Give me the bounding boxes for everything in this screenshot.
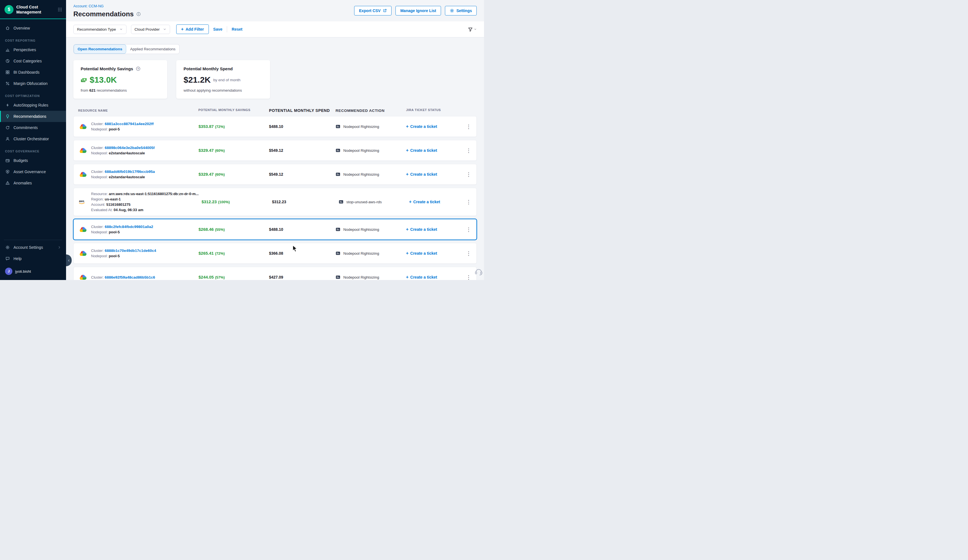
gcp-icon — [78, 147, 87, 154]
resource-link[interactable]: 688c2fefc84fbdc99801a0a2 — [104, 225, 153, 229]
potential-savings-cell: $312.23 (100%) — [202, 199, 272, 204]
potential-savings-cell: $329.47 (60%) — [199, 172, 269, 177]
create-ticket-button[interactable]: +Create a ticket — [406, 275, 437, 280]
page-header: Account: CCM-NG Recommendations Export C… — [66, 0, 484, 22]
table-row[interactable]: Cluster: 6888b1c70e49db17c1de60c4Nodepoo… — [73, 243, 477, 264]
bar-chart-icon — [5, 47, 10, 52]
settings-button[interactable]: Settings — [445, 6, 477, 15]
row-menu-button[interactable]: ⋮ — [464, 171, 474, 178]
potential-savings-cell: $268.46 (55%) — [199, 227, 269, 232]
recommended-action-cell: Nodepool Rightsizing — [335, 124, 406, 129]
create-ticket-button[interactable]: +Create a ticket — [406, 227, 437, 232]
resource-link[interactable]: 6881a3ccc887941a4ee202ff — [104, 122, 154, 126]
row-menu-button[interactable]: ⋮ — [464, 273, 474, 280]
sidebar-item-commitments[interactable]: Commitments — [0, 122, 66, 133]
recommended-action-label: Nodepool Rightsizing — [343, 148, 379, 152]
resource-value: pool-5 — [109, 127, 120, 131]
shield-dollar-icon — [5, 169, 10, 174]
sidebar-item-anomalies[interactable]: Anomalies — [0, 177, 66, 189]
resource-line-label: Evaluated At: — [91, 208, 113, 212]
support-chat-icon[interactable] — [474, 268, 483, 277]
spend-card-title: Potential Monthly Spend — [184, 66, 233, 71]
column-header-resource-name: RESOURCE NAME — [73, 108, 199, 113]
gcp-icon — [78, 274, 87, 280]
table-row[interactable]: Cluster: 6881a3ccc887941a4ee202ffNodepoo… — [73, 116, 477, 137]
spend-note: by end of month — [213, 78, 240, 82]
sidebar-item-cluster-orchestrator[interactable]: Cluster Orchestrator — [0, 133, 66, 144]
add-filter-button[interactable]: + Add Filter — [176, 25, 209, 34]
recommendation-type-dropdown[interactable]: Recommendation Type — [73, 25, 126, 34]
resource-line: Nodepool: pool-5 — [91, 127, 154, 131]
export-csv-button[interactable]: Export CSV — [354, 6, 391, 15]
sidebar-item-perspectives[interactable]: Perspectives — [0, 44, 66, 55]
save-filter-button[interactable]: Save — [213, 27, 223, 31]
create-ticket-button[interactable]: +Create a ticket — [406, 172, 437, 177]
module-switcher-icon[interactable] — [58, 7, 62, 12]
row-menu-button[interactable]: ⋮ — [464, 250, 474, 257]
info-icon[interactable] — [136, 12, 141, 16]
sidebar-item-autostopping-rules[interactable]: AutoStopping Rules — [0, 99, 66, 111]
manage-ignore-list-button[interactable]: Manage Ignore List — [396, 6, 441, 15]
create-ticket-button[interactable]: +Create a ticket — [406, 251, 437, 255]
recommended-action-label: Nodepool Rightsizing — [343, 275, 379, 280]
table-row[interactable]: Cluster: 688c2fefc84fbdc99801a0a2Nodepoo… — [73, 219, 477, 240]
sidebar-divider — [4, 240, 62, 240]
sidebar-item-help[interactable]: Help — [0, 253, 66, 264]
create-ticket-button[interactable]: +Create a ticket — [406, 148, 437, 152]
resource-line: Resource: arn:aws:rds:us-east-1:51161680… — [91, 192, 199, 196]
resource-link[interactable]: 68898c064e3e2ba0e544005f — [104, 146, 154, 150]
resource-line: Nodepool: pool-5 — [91, 230, 153, 234]
sidebar-item-margin-obfuscation[interactable]: Margin Obfuscation — [0, 78, 66, 89]
resource-line-label: Cluster: — [91, 146, 104, 150]
resource-line: Nodepool: e2standar4autoscale — [91, 151, 154, 155]
sidebar-item-cost-categories[interactable]: Cost Categories — [0, 55, 66, 66]
potential-spend-cell: $549.12 — [269, 172, 335, 177]
resource-link[interactable]: 688add6fb019b17f9bccb95a — [104, 169, 155, 174]
recommended-action-label: Nodepool Rightsizing — [343, 172, 379, 177]
column-header-jira-status: JIRA TICKET STATUS — [406, 108, 466, 113]
table-row[interactable]: awsResource: arn:aws:rds:us-east-1:51161… — [73, 188, 477, 216]
user-menu[interactable]: J jyoti.bisht — [0, 264, 66, 276]
row-menu-button[interactable]: ⋮ — [464, 198, 474, 206]
tab-open-recommendations[interactable]: Open Recommendations — [74, 45, 126, 54]
resource-link[interactable]: 6886e92f59a48cad86b5b1c6 — [104, 275, 155, 280]
action-type-icon — [335, 124, 341, 129]
sidebar-item-recommendations[interactable]: Recommendations — [0, 111, 66, 122]
filter-panel-toggle[interactable] — [468, 27, 477, 32]
sidebar-item-bi-dashboards[interactable]: BI Dashboards — [0, 66, 66, 78]
resource-link[interactable]: 6888b1c70e49db17c1de60c4 — [104, 249, 156, 253]
recommended-action-label: Nodepool Rightsizing — [343, 227, 379, 232]
cloud-provider-dropdown[interactable]: Cloud Provider — [131, 25, 170, 34]
account-breadcrumb[interactable]: Account: CCM-NG — [73, 4, 104, 8]
create-ticket-button[interactable]: +Create a ticket — [406, 124, 437, 129]
sidebar-item-budgets[interactable]: Budgets — [0, 155, 66, 166]
resource-value: 511616801275 — [106, 202, 131, 207]
sidebar-section-label: COST OPTIMIZATION — [0, 89, 66, 99]
filter-bar: Recommendation Type Cloud Provider + Add… — [66, 22, 484, 37]
row-menu-button[interactable]: ⋮ — [464, 226, 474, 234]
row-menu-button[interactable]: ⋮ — [464, 147, 474, 154]
table-row[interactable]: Cluster: 68898c064e3e2ba0e544005fNodepoo… — [73, 140, 477, 161]
action-type-icon — [335, 251, 341, 256]
action-type-icon — [338, 199, 344, 205]
create-ticket-button[interactable]: +Create a ticket — [409, 200, 440, 204]
ccm-logo-icon: $ — [5, 5, 13, 14]
reset-filter-button[interactable]: Reset — [232, 27, 242, 31]
row-menu-button[interactable]: ⋮ — [464, 123, 474, 131]
recommendation-count: 621 — [90, 88, 96, 93]
sidebar-footer: Help J jyoti.bisht — [0, 253, 66, 280]
table-row[interactable]: Cluster: 688add6fb019b17f9bccb95aNodepoo… — [73, 164, 477, 185]
resource-line-label: Region: — [91, 197, 104, 201]
recommended-action-cell: Nodepool Rightsizing — [335, 227, 406, 232]
resource-line-label: Cluster: — [91, 169, 104, 174]
filter-funnel-icon — [468, 27, 473, 32]
chevron-down-icon — [163, 28, 166, 31]
tab-applied-recommendations[interactable]: Applied Recommendations — [126, 45, 179, 54]
sidebar-item-overview[interactable]: Overview — [0, 23, 66, 34]
page-title: Recommendations — [73, 10, 134, 18]
help-circle-icon[interactable]: ? — [136, 66, 141, 71]
potential-spend-cell: $488.10 — [269, 227, 335, 232]
sidebar-item-account-settings[interactable]: Account Settings — [0, 242, 66, 253]
sidebar-item-asset-governance[interactable]: Asset Governance — [0, 166, 66, 177]
table-row[interactable]: Cluster: 6886e92f59a48cad86b5b1c6$244.05… — [73, 267, 477, 280]
